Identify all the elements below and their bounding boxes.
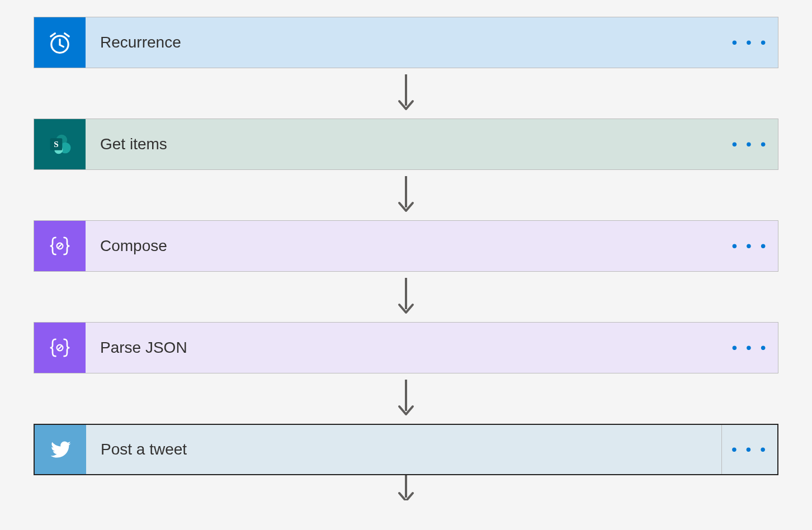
ellipsis-icon: • • • <box>732 237 768 255</box>
step-menu-button[interactable]: • • • <box>722 221 778 271</box>
flow-arrow <box>396 170 416 220</box>
step-title: Recurrence <box>86 17 722 68</box>
step-title: Parse JSON <box>86 323 722 373</box>
sharepoint-icon: S <box>34 119 86 169</box>
step-menu-button[interactable]: • • • <box>722 119 778 169</box>
step-menu-button[interactable]: • • • <box>721 425 777 474</box>
flow-step[interactable]: Compose• • • <box>34 220 778 272</box>
flow-arrow <box>396 373 416 424</box>
flow-step[interactable]: Post a tweet• • • <box>34 424 778 475</box>
step-title: Post a tweet <box>86 425 721 474</box>
ellipsis-icon: • • • <box>731 441 768 458</box>
clock-icon <box>34 17 86 68</box>
ellipsis-icon: • • • <box>732 339 768 357</box>
ellipsis-icon: • • • <box>732 135 768 153</box>
flow-arrow <box>396 68 416 119</box>
flow-step[interactable]: SGet items• • • <box>34 119 778 170</box>
braces-icon <box>34 323 86 373</box>
step-menu-button[interactable]: • • • <box>722 323 778 373</box>
flow-step[interactable]: Recurrence• • • <box>34 17 778 68</box>
twitter-icon <box>35 425 86 474</box>
flow-arrow <box>396 272 416 322</box>
step-menu-button[interactable]: • • • <box>722 17 778 68</box>
flow-arrow <box>396 475 416 500</box>
svg-text:S: S <box>54 139 58 149</box>
braces-icon <box>34 221 86 271</box>
ellipsis-icon: • • • <box>732 34 768 51</box>
step-title: Get items <box>86 119 722 169</box>
step-title: Compose <box>86 221 722 271</box>
flow-step[interactable]: Parse JSON• • • <box>34 322 778 373</box>
